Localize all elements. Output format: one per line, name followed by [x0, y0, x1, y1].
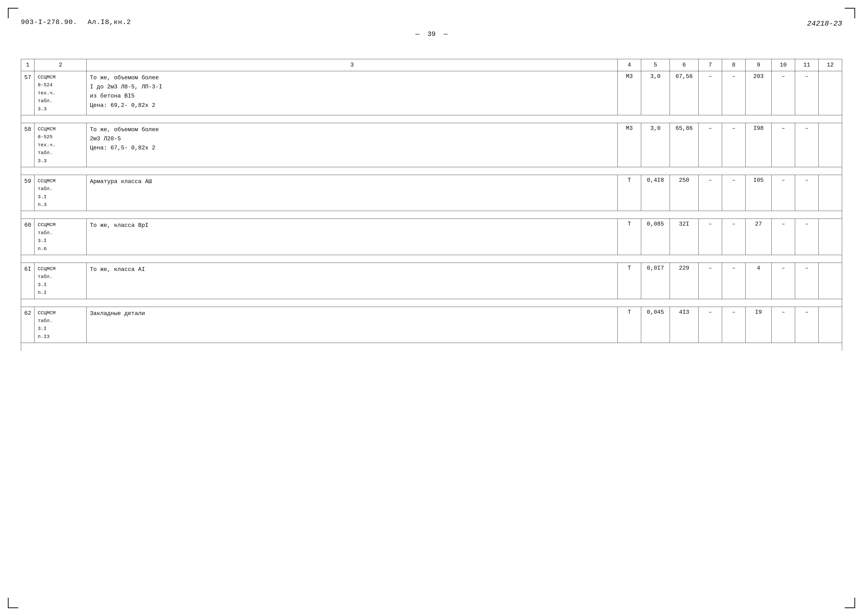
row-2-col-6: 65,86 [670, 123, 699, 167]
table-row: 58ССЦМСМ 8-525 тех.ч. табл. 3.3То же, об… [21, 123, 842, 167]
th-1: 1 [21, 59, 35, 71]
row-6-col-8: – [722, 307, 746, 343]
row-1-col-10: – [772, 71, 795, 115]
row-3-col-3: Арматура класса АШ [87, 175, 618, 211]
spacer-row [21, 211, 842, 219]
row-2-col-7: – [699, 123, 722, 167]
row-4-col-6: 32I [670, 219, 699, 255]
row-4-col-1: 60 [21, 219, 35, 255]
corner-tl-h [8, 8, 18, 9]
row-4-col-11: – [795, 219, 819, 255]
th-12: 12 [819, 59, 842, 71]
row-2-col-9: I98 [746, 123, 772, 167]
row-1-col-12 [819, 71, 842, 115]
row-1-col-6: 67,56 [670, 71, 699, 115]
row-4-col-2: ССЦМСМ табл. 3.I п.6 [35, 219, 87, 255]
row-2-col-4: М3 [618, 123, 641, 167]
corner-br-h [845, 607, 855, 608]
row-3-col-8: – [722, 175, 746, 211]
row-4-col-5: 0,085 [641, 219, 670, 255]
row-6-col-1: 62 [21, 307, 35, 343]
row-4-col-4: Т [618, 219, 641, 255]
row-5-col-3: То же, класса АI [87, 263, 618, 299]
row-3-col-2: ССЦМСМ табл. 3.I п.3 [35, 175, 87, 211]
main-table: 1 2 3 4 5 6 7 8 9 10 11 12 57ССЦМСМ 8-52… [21, 59, 842, 351]
row-1-col-7: – [699, 71, 722, 115]
row-5-col-6: 229 [670, 263, 699, 299]
row-2-col-3: То же, объемом более 2м3 Л20-5 Цена: 67,… [87, 123, 618, 167]
spacer-row [21, 299, 842, 307]
row-2-col-10: – [772, 123, 795, 167]
row-2-col-12 [819, 123, 842, 167]
row-4-col-12 [819, 219, 842, 255]
row-6-col-7: – [699, 307, 722, 343]
corner-br-v [854, 598, 855, 608]
spacer-row [21, 167, 842, 175]
page-number: 39 [427, 30, 436, 38]
row-2-col-11: – [795, 123, 819, 167]
row-1-col-8: – [722, 71, 746, 115]
row-4-col-9: 27 [746, 219, 772, 255]
row-2-col-5: 3,0 [641, 123, 670, 167]
row-3-col-11: – [795, 175, 819, 211]
row-2-col-8: – [722, 123, 746, 167]
row-3-col-1: 59 [21, 175, 35, 211]
row-6-col-4: Т [618, 307, 641, 343]
th-6: 6 [670, 59, 699, 71]
doc-subtitle: Ал.I8,кн.2 [88, 18, 131, 26]
row-6-col-11: – [795, 307, 819, 343]
row-1-col-11: – [795, 71, 819, 115]
row-5-col-10: – [772, 263, 795, 299]
page-dash-right: — [444, 30, 448, 38]
th-9: 9 [746, 59, 772, 71]
table-row: 57ССЦМСМ 8-524 тех.ч. табл. 3.3То же, об… [21, 71, 842, 115]
row-3-col-10: – [772, 175, 795, 211]
row-4-col-3: То же, класса ВрI [87, 219, 618, 255]
row-5-col-7: – [699, 263, 722, 299]
row-5-col-8: – [722, 263, 746, 299]
row-2-col-1: 58 [21, 123, 35, 167]
row-1-col-9: 203 [746, 71, 772, 115]
row-5-col-11: – [795, 263, 819, 299]
row-5-col-9: 4 [746, 263, 772, 299]
table-row: 6IССЦМСМ табл. 3.I п.IТо же, класса АIТ0… [21, 263, 842, 299]
row-3-col-4: Т [618, 175, 641, 211]
table-header-row: 1 2 3 4 5 6 7 8 9 10 11 12 [21, 59, 842, 71]
table-row: 60ССЦМСМ табл. 3.I п.6То же, класса ВрIТ… [21, 219, 842, 255]
row-6-col-12 [819, 307, 842, 343]
th-7: 7 [699, 59, 722, 71]
row-1-col-3: То же, объемом более I до 2м3 Л8-5, ЛП-3… [87, 71, 618, 115]
th-4: 4 [618, 59, 641, 71]
row-5-col-2: ССЦМСМ табл. 3.I п.I [35, 263, 87, 299]
th-5: 5 [641, 59, 670, 71]
table-row: 59ССЦМСМ табл. 3.I п.3Арматура класса АШ… [21, 175, 842, 211]
spacer-row [21, 255, 842, 263]
th-11: 11 [795, 59, 819, 71]
doc-title: 903-I-278.90. [21, 18, 77, 26]
row-3-col-5: 0,4I8 [641, 175, 670, 211]
row-1-col-5: 3,0 [641, 71, 670, 115]
doc-header: 903-I-278.90. Ал.I8,кн.2 24218-23 [21, 16, 842, 28]
corner-tr-v [854, 8, 855, 18]
corner-bl-v [8, 598, 9, 608]
row-3-col-9: I05 [746, 175, 772, 211]
corner-tl-v [8, 8, 9, 18]
row-1-col-4: М3 [618, 71, 641, 115]
row-6-col-6: 4I3 [670, 307, 699, 343]
row-4-col-7: – [699, 219, 722, 255]
row-4-col-10: – [772, 219, 795, 255]
row-5-col-1: 6I [21, 263, 35, 299]
th-3: 3 [87, 59, 618, 71]
page: 903-I-278.90. Ал.I8,кн.2 24218-23 — 39 —… [0, 0, 863, 616]
row-6-col-5: 0,045 [641, 307, 670, 343]
row-3-col-6: 250 [670, 175, 699, 211]
row-6-col-3: Закладные детали [87, 307, 618, 343]
row-6-col-2: ССЦМСМ табл. 3.I п.I3 [35, 307, 87, 343]
row-5-col-4: Т [618, 263, 641, 299]
row-1-col-2: ССЦМСМ 8-524 тех.ч. табл. 3.3 [35, 71, 87, 115]
row-5-col-5: 0,0I7 [641, 263, 670, 299]
row-1-col-1: 57 [21, 71, 35, 115]
row-3-col-7: – [699, 175, 722, 211]
th-8: 8 [722, 59, 746, 71]
table-row: 62ССЦМСМ табл. 3.I п.I3Закладные деталиТ… [21, 307, 842, 343]
